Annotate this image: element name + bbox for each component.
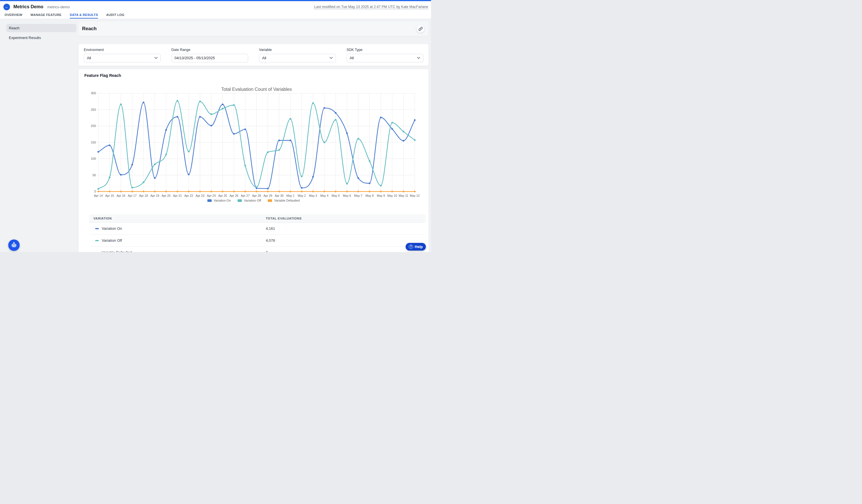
data-point-variation-on[interactable] [109,144,110,146]
data-point-variable-defaulted[interactable] [97,191,99,193]
data-point-variation-off[interactable] [154,163,156,165]
data-point-variation-off[interactable] [278,149,280,151]
data-point-variable-defaulted[interactable] [391,191,393,193]
data-point-variation-off[interactable] [324,142,325,143]
data-point-variation-off[interactable] [199,101,201,102]
data-point-variation-off[interactable] [414,139,416,141]
data-point-variation-on[interactable] [391,128,393,130]
legend-item-variable-defaulted[interactable]: Variable Defaulted [268,199,300,202]
last-modified-text[interactable]: Last modified on Tue May 13 2025 at 2:47… [314,5,428,9]
data-point-variation-on[interactable] [290,140,291,141]
data-point-variation-off[interactable] [380,185,382,186]
data-point-variation-off[interactable] [97,188,99,190]
data-point-variation-on[interactable] [278,140,280,141]
data-point-variable-defaulted[interactable] [177,191,178,193]
data-point-variable-defaulted[interactable] [290,191,291,193]
data-point-variation-on[interactable] [210,125,212,127]
data-point-variation-on[interactable] [335,112,337,114]
filter-variable-select[interactable]: All [259,54,336,62]
data-point-variable-defaulted[interactable] [210,191,212,193]
data-point-variation-on[interactable] [199,116,201,118]
data-point-variation-off[interactable] [120,104,122,105]
data-point-variable-defaulted[interactable] [222,191,223,193]
data-point-variable-defaulted[interactable] [143,191,144,193]
tab-data-results[interactable]: DATA & RESULTS [70,13,98,18]
data-point-variable-defaulted[interactable] [109,191,110,193]
tab-audit-log[interactable]: AUDIT LOG [106,13,125,18]
data-point-variation-off[interactable] [109,176,110,178]
data-point-variable-defaulted[interactable] [324,191,325,193]
sidebar-item-experiment-results[interactable]: Experiment Results [6,34,76,42]
assistant-button[interactable] [8,239,19,251]
data-point-variation-on[interactable] [222,104,223,105]
data-point-variation-on[interactable] [154,177,156,179]
help-button[interactable]: ? Help [406,243,426,251]
data-point-variation-off[interactable] [210,113,212,115]
sidebar-item-reach[interactable]: Reach [6,24,76,32]
data-point-variation-off[interactable] [131,187,133,188]
data-point-variable-defaulted[interactable] [414,191,416,193]
filter-sdk-type-select[interactable]: All [347,54,423,62]
data-point-variable-defaulted[interactable] [199,191,201,193]
data-point-variable-defaulted[interactable] [165,191,167,193]
data-point-variation-off[interactable] [312,102,314,104]
data-point-variable-defaulted[interactable] [380,191,382,193]
data-point-variable-defaulted[interactable] [245,191,246,193]
data-point-variation-off[interactable] [188,151,190,152]
data-point-variable-defaulted[interactable] [278,191,280,193]
data-point-variation-off[interactable] [143,181,144,183]
data-point-variation-on[interactable] [346,132,348,134]
data-point-variation-off[interactable] [256,186,258,188]
data-point-variable-defaulted[interactable] [335,191,337,193]
data-point-variation-on[interactable] [369,183,370,184]
data-point-variable-defaulted[interactable] [154,191,156,193]
legend-item-variation-off[interactable]: Variation Off [238,199,261,202]
data-point-variation-off[interactable] [245,165,246,167]
data-point-variation-off[interactable] [290,118,291,120]
data-point-variable-defaulted[interactable] [301,191,302,193]
data-point-variation-off[interactable] [335,119,337,121]
data-point-variation-on[interactable] [312,176,314,178]
data-point-variable-defaulted[interactable] [346,191,348,193]
data-point-variable-defaulted[interactable] [131,191,133,193]
data-point-variation-off[interactable] [222,108,223,110]
data-point-variation-on[interactable] [233,133,235,135]
data-point-variation-on[interactable] [324,107,325,109]
data-point-variation-off[interactable] [369,160,370,162]
data-point-variation-on[interactable] [380,117,382,118]
data-point-variable-defaulted[interactable] [267,191,269,193]
data-point-variation-on[interactable] [414,119,416,121]
data-point-variation-on[interactable] [120,174,122,176]
data-point-variation-on[interactable] [403,140,404,142]
filter-environment-select[interactable]: All [84,54,161,62]
data-point-variation-off[interactable] [301,176,302,177]
data-point-variable-defaulted[interactable] [233,191,235,193]
data-point-variation-on[interactable] [301,187,302,189]
back-button[interactable]: ← [3,4,10,10]
data-point-variable-defaulted[interactable] [357,191,359,193]
data-point-variation-on[interactable] [143,102,144,103]
data-point-variable-defaulted[interactable] [188,191,190,193]
data-point-variation-off[interactable] [403,131,404,132]
tab-manage-feature[interactable]: MANAGE FEATURE [30,13,62,18]
data-point-variable-defaulted[interactable] [256,191,258,193]
data-point-variation-off[interactable] [391,122,393,123]
data-point-variation-on[interactable] [245,129,246,130]
data-point-variation-on[interactable] [97,151,99,152]
data-point-variation-on[interactable] [357,177,359,179]
data-point-variation-off[interactable] [357,138,359,140]
copy-link-button[interactable] [417,25,425,33]
legend-item-variation-on[interactable]: Variation On [207,199,231,202]
data-point-variation-on[interactable] [131,164,133,165]
data-point-variable-defaulted[interactable] [369,191,370,193]
data-point-variation-on[interactable] [177,116,178,118]
filter-date-range-input[interactable]: 04/13/2025 - 05/13/2025 [171,54,248,62]
data-point-variation-on[interactable] [267,188,269,189]
data-point-variable-defaulted[interactable] [120,191,122,193]
tab-overview[interactable]: OVERVIEW [4,13,22,18]
data-point-variation-off[interactable] [267,151,269,153]
data-point-variation-off[interactable] [346,183,348,185]
data-point-variation-off[interactable] [165,154,167,156]
data-point-variation-off[interactable] [233,104,235,106]
data-point-variable-defaulted[interactable] [312,191,314,193]
